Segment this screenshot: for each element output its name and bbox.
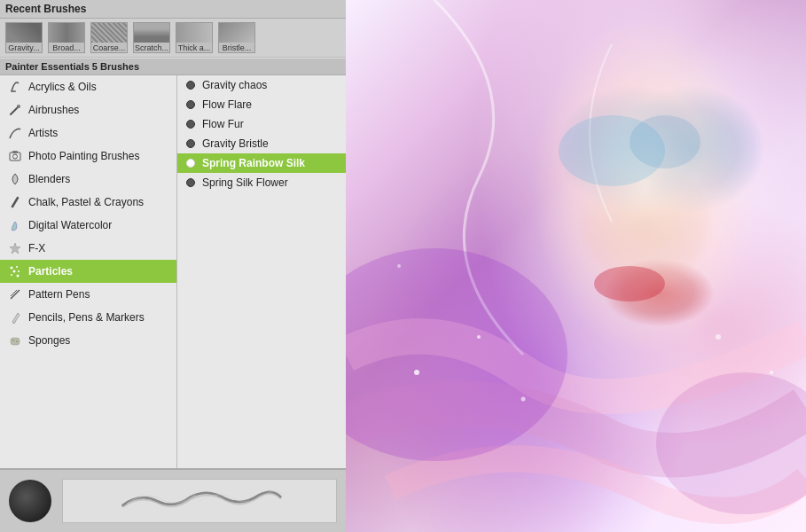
acrylics-icon	[7, 79, 23, 95]
svg-point-7	[16, 266, 18, 268]
brush-categories-panel: Acrylics & Oils Airbrushes Artists	[0, 75, 346, 468]
svg-rect-4	[12, 151, 18, 153]
pencils-icon	[7, 309, 23, 325]
svg-point-10	[11, 274, 12, 276]
watercolor-icon	[7, 217, 23, 233]
sub-spring-silk[interactable]: Spring Silk Flower	[177, 173, 346, 192]
category-blenders[interactable]: Blenders	[0, 168, 176, 191]
svg-point-13	[12, 340, 14, 341]
svg-rect-0	[11, 90, 16, 92]
svg-point-1	[17, 105, 20, 108]
recent-brushes-title: Recent Brushes	[5, 3, 86, 15]
sub-dot-flow-fur	[186, 120, 195, 129]
svg-rect-12	[11, 338, 20, 345]
face-overlay	[346, 0, 806, 532]
recent-brushes-row: Gravity... Broad... Coarse... Scratch...…	[0, 19, 346, 58]
svg-point-6	[11, 267, 13, 270]
category-acrylics[interactable]: Acrylics & Oils	[0, 75, 176, 98]
sub-gravity-chaos[interactable]: Gravity chaos	[177, 75, 346, 95]
category-watercolor[interactable]: Digital Watercolor	[0, 214, 176, 237]
svg-point-11	[17, 275, 20, 278]
sub-dot-gravity-chaos	[186, 81, 195, 90]
category-fx[interactable]: F-X	[0, 237, 176, 260]
sub-flow-flare[interactable]: Flow Flare	[177, 95, 346, 114]
recent-brushes-header: Recent Brushes	[0, 0, 346, 19]
sub-item-list: Gravity chaos Flow Flare Flow Fur Gravit…	[177, 75, 346, 468]
sub-flow-fur[interactable]: Flow Fur	[177, 114, 346, 134]
category-pattern[interactable]: Pattern Pens	[0, 283, 176, 306]
svg-point-3	[13, 154, 18, 159]
sub-gravity-bristle[interactable]: Gravity Bristle	[177, 134, 346, 153]
left-panel: Recent Brushes Gravity... Broad... Coars…	[0, 0, 346, 532]
artists-icon	[7, 125, 23, 141]
painting-canvas	[346, 0, 806, 532]
svg-marker-5	[10, 243, 20, 254]
svg-rect-2	[10, 153, 20, 160]
section-title: Painter Essentials 5 Brushes	[5, 61, 139, 72]
canvas-area[interactable]	[346, 0, 806, 532]
recent-brush-thick[interactable]: Thick a...	[176, 22, 213, 53]
brush-size-preview	[9, 480, 51, 522]
category-pencils[interactable]: Pencils, Pens & Markers	[0, 306, 176, 329]
recent-brush-scratch[interactable]: Scratch...	[133, 22, 170, 53]
section-header: Painter Essentials 5 Brushes	[0, 58, 346, 75]
chalk-icon	[7, 194, 23, 210]
recent-brush-bristle[interactable]: Bristle...	[218, 22, 255, 53]
category-particles[interactable]: Particles	[0, 260, 176, 283]
category-artists[interactable]: Artists	[0, 121, 176, 145]
category-sponges[interactable]: Sponges	[0, 329, 176, 352]
blenders-icon	[7, 171, 23, 187]
photo-icon	[7, 148, 23, 164]
svg-point-8	[13, 270, 16, 273]
recent-brush-gravity[interactable]: Gravity...	[5, 22, 43, 53]
svg-point-9	[18, 270, 20, 272]
particles-icon	[7, 263, 23, 279]
brush-stroke-preview	[62, 479, 337, 523]
fx-icon	[7, 240, 23, 256]
sub-dot-spring-silk	[186, 178, 195, 187]
sub-dot-gravity-bristle	[186, 139, 195, 148]
recent-brush-broad[interactable]: Broad...	[48, 22, 85, 53]
category-chalk[interactable]: Chalk, Pastel & Crayons	[0, 191, 176, 214]
pattern-icon	[7, 286, 23, 302]
svg-point-14	[16, 340, 18, 342]
sub-dot-spring-rainbow	[186, 159, 195, 168]
sponges-icon	[7, 332, 23, 348]
recent-brush-coarse[interactable]: Coarse...	[90, 22, 128, 53]
category-photo[interactable]: Photo Painting Brushes	[0, 145, 176, 168]
bottom-preview	[0, 468, 346, 532]
sub-spring-rainbow[interactable]: Spring Rainbow Silk	[177, 153, 346, 173]
sub-dot-flow-flare	[186, 100, 195, 109]
category-list: Acrylics & Oils Airbrushes Artists	[0, 75, 177, 468]
category-airbrushes[interactable]: Airbrushes	[0, 98, 176, 121]
airbrush-icon	[7, 102, 23, 118]
